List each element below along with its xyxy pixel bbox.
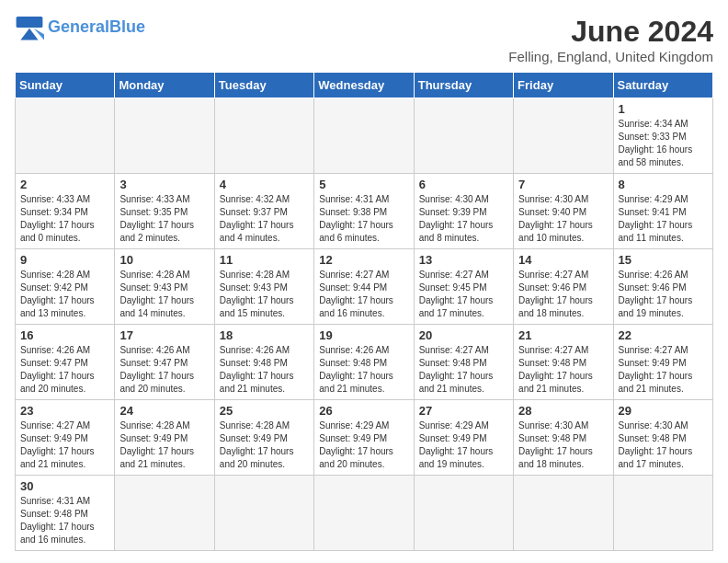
logo-blue: Blue <box>109 17 145 36</box>
day-info: Sunrise: 4:26 AM Sunset: 9:46 PM Dayligh… <box>619 269 708 320</box>
day-number: 20 <box>419 328 508 342</box>
day-info: Sunrise: 4:32 AM Sunset: 9:37 PM Dayligh… <box>220 193 309 245</box>
day-info: Sunrise: 4:29 AM Sunset: 9:41 PM Dayligh… <box>619 193 708 245</box>
table-row: 19Sunrise: 4:26 AM Sunset: 9:48 PM Dayli… <box>314 325 414 400</box>
header-sunday: Sunday <box>16 73 115 98</box>
table-row <box>414 476 513 551</box>
day-number: 8 <box>619 178 708 191</box>
table-row <box>115 476 214 551</box>
logo-general: General <box>48 17 109 36</box>
day-info: Sunrise: 4:27 AM Sunset: 9:48 PM Dayligh… <box>518 344 608 396</box>
day-info: Sunrise: 4:28 AM Sunset: 9:43 PM Dayligh… <box>220 269 309 320</box>
table-row: 30Sunrise: 4:31 AM Sunset: 9:48 PM Dayli… <box>16 476 115 551</box>
day-number: 10 <box>119 253 209 267</box>
header-wednesday: Wednesday <box>314 73 414 98</box>
day-info: Sunrise: 4:29 AM Sunset: 9:49 PM Dayligh… <box>319 419 408 471</box>
table-row: 12Sunrise: 4:27 AM Sunset: 9:44 PM Dayli… <box>314 249 414 325</box>
page-header: GeneralBlue June 2024 Felling, England, … <box>15 15 713 64</box>
day-number: 5 <box>319 178 408 191</box>
day-number: 29 <box>619 404 708 418</box>
day-number: 3 <box>119 178 209 191</box>
table-row <box>115 98 214 174</box>
table-row: 22Sunrise: 4:27 AM Sunset: 9:49 PM Dayli… <box>613 325 712 400</box>
day-info: Sunrise: 4:29 AM Sunset: 9:49 PM Dayligh… <box>419 419 508 471</box>
table-row <box>314 476 414 551</box>
day-info: Sunrise: 4:27 AM Sunset: 9:49 PM Dayligh… <box>619 344 708 396</box>
day-info: Sunrise: 4:26 AM Sunset: 9:47 PM Dayligh… <box>119 344 209 396</box>
day-number: 22 <box>619 328 708 342</box>
day-number: 26 <box>319 404 408 418</box>
day-number: 1 <box>619 102 708 116</box>
day-number: 11 <box>220 253 309 267</box>
day-number: 15 <box>619 253 708 267</box>
header-tuesday: Tuesday <box>214 73 313 98</box>
location-title: Felling, England, United Kingdom <box>508 49 713 64</box>
day-info: Sunrise: 4:28 AM Sunset: 9:43 PM Dayligh… <box>119 269 209 320</box>
day-info: Sunrise: 4:27 AM Sunset: 9:44 PM Dayligh… <box>319 269 408 320</box>
day-number: 13 <box>419 253 508 267</box>
day-info: Sunrise: 4:28 AM Sunset: 9:49 PM Dayligh… <box>119 419 209 471</box>
logo-icon <box>15 15 44 40</box>
header-saturday: Saturday <box>613 73 712 98</box>
day-info: Sunrise: 4:26 AM Sunset: 9:48 PM Dayligh… <box>319 344 408 396</box>
table-row: 25Sunrise: 4:28 AM Sunset: 9:49 PM Dayli… <box>214 400 313 476</box>
day-info: Sunrise: 4:27 AM Sunset: 9:49 PM Dayligh… <box>20 419 109 471</box>
day-info: Sunrise: 4:30 AM Sunset: 9:48 PM Dayligh… <box>619 419 708 471</box>
day-info: Sunrise: 4:27 AM Sunset: 9:48 PM Dayligh… <box>419 344 508 396</box>
table-row: 8Sunrise: 4:29 AM Sunset: 9:41 PM Daylig… <box>613 174 712 249</box>
table-row <box>613 476 712 551</box>
table-row <box>514 476 613 551</box>
table-row: 14Sunrise: 4:27 AM Sunset: 9:46 PM Dayli… <box>514 249 613 325</box>
day-number: 19 <box>319 328 408 342</box>
title-block: June 2024 Felling, England, United Kingd… <box>508 15 713 64</box>
table-row: 23Sunrise: 4:27 AM Sunset: 9:49 PM Dayli… <box>16 400 115 476</box>
header-row: Sunday Monday Tuesday Wednesday Thursday… <box>16 73 713 98</box>
day-number: 16 <box>20 328 109 342</box>
day-number: 23 <box>20 404 109 418</box>
day-number: 4 <box>220 178 309 191</box>
day-number: 30 <box>20 479 109 493</box>
table-row: 1Sunrise: 4:34 AM Sunset: 9:33 PM Daylig… <box>613 98 712 174</box>
day-number: 14 <box>518 253 608 267</box>
day-info: Sunrise: 4:31 AM Sunset: 9:38 PM Dayligh… <box>319 193 408 245</box>
table-row: 17Sunrise: 4:26 AM Sunset: 9:47 PM Dayli… <box>115 325 214 400</box>
table-row: 6Sunrise: 4:30 AM Sunset: 9:39 PM Daylig… <box>414 174 513 249</box>
day-number: 7 <box>518 178 608 191</box>
header-thursday: Thursday <box>414 73 513 98</box>
table-row <box>514 98 613 174</box>
day-info: Sunrise: 4:34 AM Sunset: 9:33 PM Dayligh… <box>619 118 708 169</box>
svg-rect-1 <box>17 17 43 28</box>
table-row: 5Sunrise: 4:31 AM Sunset: 9:38 PM Daylig… <box>314 174 414 249</box>
header-friday: Friday <box>514 73 613 98</box>
table-row: 3Sunrise: 4:33 AM Sunset: 9:35 PM Daylig… <box>115 174 214 249</box>
table-row: 28Sunrise: 4:30 AM Sunset: 9:48 PM Dayli… <box>514 400 613 476</box>
table-row: 9Sunrise: 4:28 AM Sunset: 9:42 PM Daylig… <box>16 249 115 325</box>
day-info: Sunrise: 4:26 AM Sunset: 9:48 PM Dayligh… <box>220 344 309 396</box>
logo: GeneralBlue <box>15 15 145 40</box>
day-number: 28 <box>518 404 608 418</box>
header-monday: Monday <box>115 73 214 98</box>
day-info: Sunrise: 4:27 AM Sunset: 9:45 PM Dayligh… <box>419 269 508 320</box>
table-row: 29Sunrise: 4:30 AM Sunset: 9:48 PM Dayli… <box>613 400 712 476</box>
day-number: 25 <box>220 404 309 418</box>
day-info: Sunrise: 4:27 AM Sunset: 9:46 PM Dayligh… <box>518 269 608 320</box>
day-info: Sunrise: 4:33 AM Sunset: 9:34 PM Dayligh… <box>20 193 109 245</box>
table-row: 20Sunrise: 4:27 AM Sunset: 9:48 PM Dayli… <box>414 325 513 400</box>
calendar-table: Sunday Monday Tuesday Wednesday Thursday… <box>15 72 713 551</box>
day-number: 12 <box>319 253 408 267</box>
table-row <box>414 98 513 174</box>
table-row: 21Sunrise: 4:27 AM Sunset: 9:48 PM Dayli… <box>514 325 613 400</box>
day-number: 9 <box>20 253 109 267</box>
table-row: 24Sunrise: 4:28 AM Sunset: 9:49 PM Dayli… <box>115 400 214 476</box>
table-row: 18Sunrise: 4:26 AM Sunset: 9:48 PM Dayli… <box>214 325 313 400</box>
day-info: Sunrise: 4:30 AM Sunset: 9:48 PM Dayligh… <box>518 419 608 471</box>
day-info: Sunrise: 4:30 AM Sunset: 9:39 PM Dayligh… <box>419 193 508 245</box>
day-number: 2 <box>20 178 109 191</box>
day-number: 18 <box>220 328 309 342</box>
table-row <box>16 98 115 174</box>
table-row <box>314 98 414 174</box>
table-row <box>214 476 313 551</box>
table-row <box>214 98 313 174</box>
table-row: 13Sunrise: 4:27 AM Sunset: 9:45 PM Dayli… <box>414 249 513 325</box>
table-row: 2Sunrise: 4:33 AM Sunset: 9:34 PM Daylig… <box>16 174 115 249</box>
